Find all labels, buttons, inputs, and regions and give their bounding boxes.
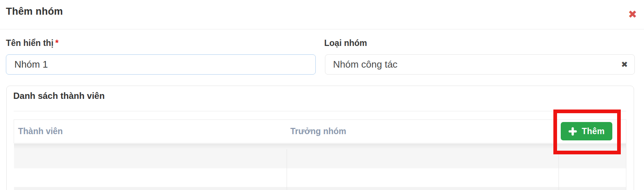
members-section-title: Danh sách thành viên <box>13 91 105 101</box>
header-divider <box>0 29 644 29</box>
section-divider <box>14 111 626 111</box>
table-row <box>14 187 626 190</box>
clear-selection-button[interactable]: ✖ <box>615 54 634 75</box>
table-right-border <box>626 143 626 190</box>
column-header-member: Thành viên <box>14 120 287 143</box>
group-type-label: Loại nhóm <box>324 37 367 49</box>
display-name-input[interactable] <box>6 54 316 75</box>
table-row <box>14 168 626 187</box>
group-type-select[interactable]: Nhóm công tác ✖ <box>325 54 635 75</box>
add-group-modal: Thêm nhóm ✖ Tên hiển thị* Loại nhóm Nhóm… <box>0 0 644 190</box>
table-header-shadow <box>14 144 626 149</box>
column-header-leader: Trưởng nhóm <box>287 120 559 143</box>
group-type-value: Nhóm công tác <box>325 59 615 70</box>
column-divider <box>287 149 287 190</box>
close-icon: ✖ <box>628 9 637 20</box>
display-name-label-text: Tên hiển thị <box>6 38 53 48</box>
members-table-header: Thành viên Trưởng nhóm <box>14 119 626 143</box>
plus-icon <box>568 127 577 136</box>
table-row <box>14 149 626 168</box>
add-member-button-label: Thêm <box>582 126 605 136</box>
clear-icon: ✖ <box>621 60 628 69</box>
display-name-label: Tên hiển thị* <box>6 37 59 49</box>
required-asterisk: * <box>55 38 59 48</box>
column-divider <box>559 149 559 190</box>
modal-title: Thêm nhóm <box>6 6 63 17</box>
close-button[interactable]: ✖ <box>626 7 640 22</box>
add-member-button[interactable]: Thêm <box>561 122 612 140</box>
